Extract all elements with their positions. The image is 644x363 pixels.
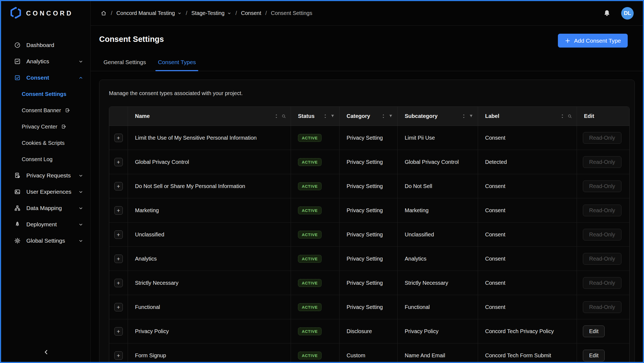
sort-icon[interactable] (462, 114, 466, 119)
expand-row-button[interactable]: + (114, 134, 123, 142)
cell-label: Consent (478, 174, 577, 198)
cell-name: Form Signup (128, 343, 291, 363)
sidebar-item-consent-log[interactable]: Consent Log (1, 151, 90, 167)
tab-general-settings[interactable]: General Settings (101, 53, 148, 71)
breadcrumb-separator: / (186, 10, 187, 16)
cell-subcategory: Unclassified (398, 223, 478, 246)
cell-name: Limit the Use of My Sensitive Personal I… (128, 126, 291, 150)
sidebar-item-consent-settings[interactable]: Consent Settings (1, 86, 90, 102)
table-header: NameStatusCategorySubcategoryLabelEdit (109, 107, 629, 126)
breadcrumb-item-consent[interactable]: Consent (241, 10, 261, 16)
column-header-status: Status (291, 107, 340, 126)
notifications-bell-icon[interactable] (603, 9, 611, 17)
filter-icon[interactable] (330, 114, 335, 118)
expand-row-button[interactable]: + (114, 182, 123, 190)
sidebar-item-consent[interactable]: Consent (1, 70, 90, 86)
cell-category: Privacy Setting (340, 174, 398, 198)
column-header-subcategory: Subcategory (398, 107, 478, 126)
panel-description: Manage the consent types associated with… (109, 90, 629, 97)
user-avatar[interactable]: DL (621, 7, 634, 20)
cell-subcategory: Global Privacy Control (398, 150, 478, 174)
sidebar-item-deployment[interactable]: Deployment (1, 216, 90, 233)
read-only-button: Read-Only (583, 205, 621, 216)
cell-subcategory: Analytics (398, 247, 478, 271)
breadcrumb-item-concord-manual-testing[interactable]: Concord Manual Testing (117, 10, 182, 16)
edit-button[interactable]: Edit (583, 350, 605, 361)
breadcrumb-separator: / (265, 10, 267, 16)
cell-name: Marketing (128, 198, 291, 222)
table-row: +MarketingACTIVEPrivacy SettingMarketing… (109, 198, 629, 223)
expand-row-button[interactable]: + (114, 158, 123, 166)
external-link-icon (61, 124, 67, 129)
read-only-button: Read-Only (583, 301, 621, 313)
expand-cell: + (109, 343, 128, 363)
sidebar-item-label: Privacy Center (22, 124, 57, 130)
cell-category: Disclosure (340, 319, 398, 343)
external-link-icon (65, 108, 70, 113)
sort-icon[interactable] (560, 114, 564, 119)
page-title: Consent Settings (99, 35, 164, 44)
expand-row-button[interactable]: + (114, 255, 123, 263)
cell-status: ACTIVE (291, 126, 340, 150)
expand-cell: + (109, 126, 128, 150)
search-icon[interactable] (281, 114, 286, 119)
search-icon[interactable] (567, 114, 572, 119)
topbar-actions: DL (603, 7, 634, 20)
sidebar-item-global-settings[interactable]: Global Settings (1, 233, 90, 249)
home-icon[interactable] (100, 10, 107, 16)
cell-status: ACTIVE (291, 271, 340, 295)
sidebar-item-analytics[interactable]: Analytics (1, 53, 90, 70)
sidebar-item-cookies-scripts[interactable]: Cookies & Scripts (1, 135, 90, 151)
expand-row-button[interactable]: + (114, 230, 123, 239)
cell-name: Unclassified (128, 223, 291, 246)
expand-row-button[interactable]: + (114, 303, 123, 311)
cell-edit: Read-Only (577, 223, 629, 246)
tab-consent-types[interactable]: Consent Types (155, 53, 198, 71)
sidebar-item-consent-banner[interactable]: Consent Banner (1, 102, 90, 118)
edit-button[interactable]: Edit (583, 326, 605, 337)
global-settings-icon (14, 237, 21, 244)
sidebar-item-privacy-requests[interactable]: Privacy Requests (1, 167, 90, 184)
concord-logo-icon (10, 7, 22, 20)
breadcrumb-item-stage-testing[interactable]: Stage-Testing (191, 10, 231, 16)
sort-icon[interactable] (381, 114, 385, 119)
sidebar-item-privacy-center[interactable]: Privacy Center (1, 118, 90, 135)
chevron-down-icon (78, 206, 83, 211)
breadcrumb-item-consent-settings[interactable]: Consent Settings (271, 10, 312, 16)
expand-cell: + (109, 271, 128, 295)
cell-name: Privacy Policy (128, 319, 291, 343)
expand-row-button[interactable]: + (114, 279, 123, 287)
table-row: +AnalyticsACTIVEPrivacy SettingAnalytics… (109, 247, 629, 271)
status-badge: ACTIVE (298, 158, 322, 166)
sort-icon[interactable] (323, 114, 327, 119)
cell-name: Strictly Necessary (128, 271, 291, 295)
data-mapping-icon (14, 205, 21, 212)
sidebar-item-label: Analytics (26, 58, 49, 65)
sidebar-item-dashboard[interactable]: Dashboard (1, 37, 90, 53)
expand-row-button[interactable]: + (114, 351, 123, 360)
chevron-down-icon (177, 11, 182, 15)
cell-edit: Read-Only (577, 198, 629, 222)
plus-icon (565, 38, 571, 44)
read-only-button: Read-Only (583, 229, 621, 240)
status-badge: ACTIVE (298, 182, 322, 190)
expand-cell: + (109, 319, 128, 343)
cell-category: Privacy Setting (340, 271, 398, 295)
chevron-down-icon (78, 173, 83, 178)
cell-label: Concord Tech Form Submit (478, 343, 577, 363)
cell-name: Analytics (128, 247, 291, 271)
add-consent-type-button[interactable]: Add Consent Type (558, 34, 628, 48)
sidebar-item-user-experiences[interactable]: User Experiences (1, 184, 90, 200)
table-row: +Strictly NecessaryACTIVEPrivacy Setting… (109, 271, 629, 295)
chevron-down-icon (78, 189, 83, 195)
sidebar-collapse-button[interactable] (41, 347, 52, 358)
app-logo-text: CONCORD (26, 10, 73, 17)
expand-row-button[interactable]: + (114, 327, 123, 336)
status-badge: ACTIVE (298, 303, 322, 311)
expand-row-button[interactable]: + (114, 206, 123, 215)
cell-category: Privacy Setting (340, 223, 398, 246)
sidebar-item-data-mapping[interactable]: Data Mapping (1, 200, 90, 216)
filter-icon[interactable] (469, 114, 473, 118)
sort-icon[interactable] (274, 114, 278, 119)
filter-icon[interactable] (388, 114, 393, 118)
